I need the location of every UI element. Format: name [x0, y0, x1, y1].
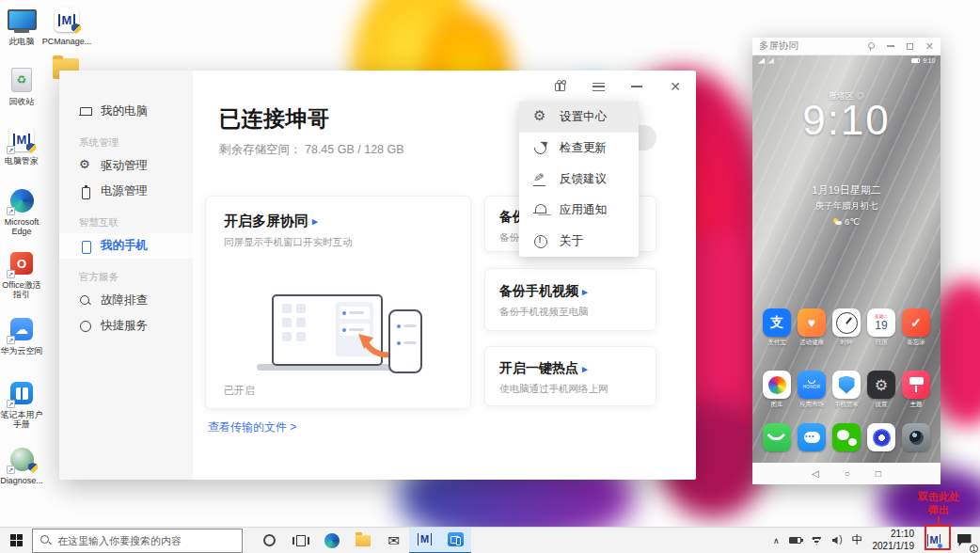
phone-app-row-2: 图库 HONOR 应用市场 手机管家 设置: [762, 371, 931, 409]
minimize-icon[interactable]: [629, 79, 644, 94]
taskbar-search[interactable]: [32, 529, 243, 553]
menu-item-check-update[interactable]: 检查更新: [519, 133, 639, 164]
battery-icon[interactable]: [789, 537, 801, 544]
taskbar-mail[interactable]: ✉: [378, 528, 409, 553]
app-health[interactable]: 运动健康: [797, 308, 827, 347]
sidebar-item-driver[interactable]: 驱动管理: [59, 153, 193, 179]
search-icon: [40, 535, 51, 545]
notification-icon: [957, 534, 972, 546]
app-alipay[interactable]: 支付宝: [762, 308, 792, 347]
shield-icon: [832, 371, 861, 399]
screen-cast-icon: [448, 532, 464, 546]
desktop-icon-edge[interactable]: Microsoft Edge: [0, 186, 43, 237]
taskbar-clock[interactable]: 21:10 2021/1/19: [873, 529, 915, 552]
back-icon[interactable]: ◁: [812, 468, 819, 479]
taskbar-edge[interactable]: [316, 528, 347, 553]
app-label: 图库: [771, 401, 783, 409]
start-button[interactable]: [0, 528, 32, 553]
minimize-icon[interactable]: [887, 45, 894, 46]
cortana-button[interactable]: [254, 528, 285, 553]
edge-icon: [324, 533, 340, 548]
chevron-right-icon: [582, 363, 588, 375]
action-center-button[interactable]: 1: [954, 530, 974, 551]
desktop-icon-this-pc[interactable]: 此电脑: [0, 6, 43, 46]
maximize-icon[interactable]: [907, 43, 913, 50]
desktop-icon-pc-manager[interactable]: M PCManage...: [45, 6, 88, 46]
app-browser[interactable]: [866, 423, 896, 451]
app-camera[interactable]: [901, 423, 931, 451]
app-label: 日历: [876, 339, 888, 347]
windows-logo-icon: [10, 534, 23, 546]
sidebar-item-my-computer[interactable]: 我的电脑: [59, 99, 193, 124]
health-icon: [798, 308, 826, 337]
battery-icon: [911, 58, 920, 63]
phone-date: 1月19日星期二: [752, 183, 940, 198]
desktop-icon-label: 此电脑: [9, 37, 35, 46]
volume-icon[interactable]: [832, 536, 843, 545]
taskbar-file-explorer[interactable]: [347, 528, 378, 553]
menu-icon[interactable]: [591, 79, 606, 94]
search-input[interactable]: [57, 535, 227, 546]
app-calendar[interactable]: 星期二 19 日历: [866, 308, 896, 347]
menu-item-label: 设置中心: [560, 109, 607, 125]
sidebar-section-official: 官方服务: [79, 271, 193, 284]
wifi-icon[interactable]: [811, 536, 823, 545]
task-view-icon: [296, 535, 306, 546]
sidebar-item-troubleshoot[interactable]: 故障排查: [59, 288, 193, 313]
sidebar-item-power[interactable]: 电源管理: [59, 179, 193, 204]
edge-icon: [6, 186, 38, 214]
app-wechat[interactable]: [831, 423, 861, 451]
backup-video-card[interactable]: 备份手机视频 备份手机视频至电脑: [484, 268, 656, 331]
ime-indicator[interactable]: 中: [852, 532, 863, 548]
desktop-icon-manual[interactable]: 笔记本用户手册: [0, 379, 43, 430]
close-icon[interactable]: ✕: [668, 79, 683, 94]
taskbar-multiscreen[interactable]: [440, 528, 471, 553]
menu-item-settings-center[interactable]: 设置中心: [519, 102, 639, 133]
shortcut-arrow-icon: [7, 270, 15, 278]
app-messages[interactable]: [797, 423, 827, 451]
phone-clock: 9:10: [752, 97, 940, 144]
menu-item-feedback[interactable]: 反馈建议: [519, 164, 639, 195]
app-label: 应用市场: [799, 401, 824, 409]
cloud-icon: [6, 315, 38, 343]
home-icon[interactable]: ○: [845, 468, 850, 479]
sidebar-item-my-phone[interactable]: 我的手机: [59, 233, 193, 259]
app-market[interactable]: HONOR 应用市场: [797, 371, 827, 409]
app-memo[interactable]: 备忘录: [901, 308, 931, 347]
phone-nav-bar: ◁ ○ □: [752, 463, 940, 484]
menu-item-label: 应用通知: [560, 202, 607, 218]
menu-item-app-notifications[interactable]: 应用通知: [519, 195, 639, 226]
hotspot-card[interactable]: 开启一键热点 使电脑通过手机网络上网: [484, 346, 656, 406]
app-clock[interactable]: 时钟: [831, 308, 861, 347]
menu-item-about[interactable]: 关于: [519, 226, 639, 257]
desktop-icon-recycle-bin[interactable]: 回收站: [0, 66, 43, 106]
taskbar-pc-manager[interactable]: M: [409, 528, 440, 553]
sidebar-item-label: 我的电脑: [101, 103, 148, 119]
phone-screen[interactable]: ♡ 9:10 雁塔区 ◎ 9:10 1月19日星期二 庚子年腊月初七 6℃ 支付…: [752, 55, 940, 463]
task-view-button[interactable]: [285, 528, 316, 553]
desktop-icon-pc-manager-shortcut[interactable]: M 电脑管家: [0, 125, 43, 166]
app-theme[interactable]: 主题: [901, 371, 931, 409]
desktop-icon-label: 回收站: [9, 97, 35, 106]
sidebar-section-smart: 智慧互联: [79, 216, 193, 229]
signal-icon: [758, 58, 765, 64]
app-phone-manager[interactable]: 手机管家: [831, 371, 861, 409]
taskbar: ✉ M ∧ 中 21:10 2021/1/19 M 1: [0, 527, 980, 553]
view-transferred-files-link[interactable]: 查看传输的文件 >: [208, 419, 296, 435]
app-gallery[interactable]: 图库: [762, 371, 792, 409]
mail-icon: ✉: [387, 533, 400, 547]
multiscreen-card[interactable]: 开启多屏协同 同屏显示手机窗口开实时互动: [205, 196, 471, 409]
app-settings[interactable]: 设置: [866, 371, 896, 409]
pin-icon[interactable]: [867, 42, 875, 50]
gallery-icon: [763, 371, 791, 399]
gift-icon[interactable]: [552, 79, 567, 94]
desktop-icon-diagnose[interactable]: Diagnose...: [0, 445, 43, 485]
desktop-icon-office[interactable]: Office激活指引: [0, 249, 43, 300]
recents-icon[interactable]: □: [876, 468, 881, 479]
gear-icon: [79, 160, 92, 173]
sidebar-item-quick-service[interactable]: 快捷服务: [59, 313, 193, 339]
hidden-icons-chevron[interactable]: ∧: [773, 536, 780, 545]
app-dialer[interactable]: [762, 423, 792, 451]
close-icon[interactable]: ✕: [925, 41, 934, 52]
desktop-icon-cloud[interactable]: 华为云空间: [0, 315, 43, 356]
